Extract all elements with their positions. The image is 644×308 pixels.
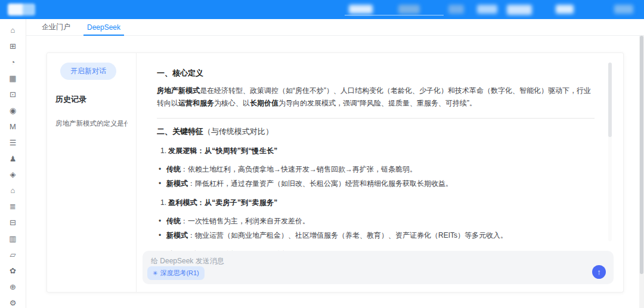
core-definition-paragraph: 房地产新模式是在经济转型、政策调控（如“房住不炒”）、人口结构变化（老龄化、少子…: [157, 85, 595, 110]
send-button[interactable]: ↑: [592, 265, 606, 279]
nav-active-underline: [345, 15, 444, 15]
home-icon[interactable]: ⌂: [8, 25, 18, 36]
message-input-placeholder: 给 DeepSeek 发送消息: [151, 256, 605, 266]
barcode-icon[interactable]: ▦: [8, 73, 18, 84]
arrow-up-icon: ↑: [597, 268, 601, 276]
chat-scrollbar-thumb[interactable]: [608, 63, 612, 137]
bullet-traditional: 传统：依赖土地红利，高负债拿地→快速开发→销售回款→再扩张，链条脆弱。: [158, 164, 595, 175]
history-title: 历史记录: [55, 94, 128, 105]
media-folder-icon[interactable]: ⊡: [8, 89, 18, 100]
message-input[interactable]: 给 DeepSeek 发送消息 ✳ 深度思考(R1) ↑: [143, 251, 614, 284]
barcode-alt-icon[interactable]: ▥: [8, 234, 18, 244]
blurred-nav-item[interactable]: [349, 5, 373, 14]
tab-enterprise-portal[interactable]: 企业门户: [42, 19, 70, 36]
feature-bullets: 传统：一次性销售为主，利润来自开发差价。 新模式：物业运营（如商业地产租金）、社…: [158, 216, 595, 241]
deep-think-icon: ✳: [153, 270, 157, 276]
blurred-nav-item[interactable]: [507, 5, 532, 15]
pie-chart-icon[interactable]: ◔: [8, 57, 18, 68]
deepseek-chat-card: 开启新对话 历史记录 房地产新模式的定义是什么 一、核心定义 房地产新模式是在经…: [47, 52, 624, 293]
section-title-core-definition: 一、核心定义: [157, 68, 595, 79]
home-alt-icon[interactable]: ⌂: [8, 185, 18, 196]
org-chart-icon[interactable]: ⊞: [8, 41, 18, 52]
blurred-nav-item[interactable]: [556, 5, 574, 14]
chat-column: 一、核心定义 房地产新模式是在经济转型、政策调控（如“房住不炒”）、人口结构变化…: [137, 53, 623, 292]
page-scrollbar-thumb[interactable]: [640, 36, 643, 274]
globe-icon[interactable]: ⊕: [8, 281, 18, 292]
deep-think-button[interactable]: ✳ 深度思考(R1): [147, 266, 205, 280]
shield-icon[interactable]: ◈: [8, 169, 18, 180]
history-panel: 开启新对话 历史记录 房地产新模式的定义是什么: [47, 53, 137, 292]
layers-icon[interactable]: ≣: [8, 201, 18, 212]
badge-icon[interactable]: ✿: [8, 265, 18, 276]
list-icon[interactable]: ☰: [8, 137, 18, 148]
new-chat-button[interactable]: 开启新对话: [60, 63, 116, 80]
icon-sidebar: ⌂ ⊞ ◔ ▦ ⊡ ◉ M ☰ ♟ ◈ ⌂ ≣ ⊟ ▥ ▱ ✿ ⊕ ⚙: [0, 19, 26, 308]
blurred-nav-item[interactable]: [398, 5, 420, 14]
deep-think-label: 深度思考(R1): [160, 269, 199, 278]
blurred-nav-item[interactable]: [448, 5, 464, 14]
assistant-message: 一、核心定义 房地产新模式是在经济转型、政策调控（如“房住不炒”）、人口结构变化…: [157, 62, 603, 251]
feature-item-title: 1.发展逻辑：从“快周转”到“慢生长”: [160, 146, 595, 156]
gear-icon[interactable]: ⚙: [8, 297, 18, 308]
folder-icon[interactable]: ▱: [8, 249, 18, 260]
sitemap-icon[interactable]: ⊟: [8, 217, 18, 228]
bullet-new-model: 新模式：物业运营（如商业地产租金）、社区增值服务（养老、教育）、资产证券化（RE…: [158, 230, 595, 241]
blurred-nav-item[interactable]: [614, 5, 633, 14]
page-scrollbar[interactable]: [639, 36, 644, 308]
section-divider: [157, 118, 595, 119]
feature-bullets: 传统：依赖土地红利，高负债拿地→快速开发→销售回款→再扩张，链条脆弱。 新模式：…: [158, 164, 595, 189]
history-item[interactable]: 房地产新模式的定义是什么: [55, 119, 128, 128]
bullet-traditional: 传统：一次性销售为主，利润来自开发差价。: [158, 216, 595, 227]
tab-deepseek[interactable]: DeepSeek: [87, 19, 120, 36]
chat-scrollbar[interactable]: [608, 63, 612, 241]
app-header: [0, 0, 644, 19]
tab-bar: 企业门户 DeepSeek: [26, 19, 644, 36]
m-letter-icon[interactable]: M: [8, 121, 18, 132]
user-icon[interactable]: ♟: [8, 153, 18, 164]
section-title-key-features: 二、关键特征（与传统模式对比）: [157, 126, 595, 137]
target-icon[interactable]: ◉: [8, 105, 18, 116]
bullet-new-model: 新模式：降低杠杆，通过存量资产（如旧改、长租公寓）经营和精细化服务获取长期收益。: [158, 178, 595, 189]
feature-item-title: 1.盈利模式：从“卖房子”到“卖服务”: [160, 198, 595, 208]
app-logo: [8, 4, 35, 15]
blurred-nav-item[interactable]: [477, 5, 497, 14]
